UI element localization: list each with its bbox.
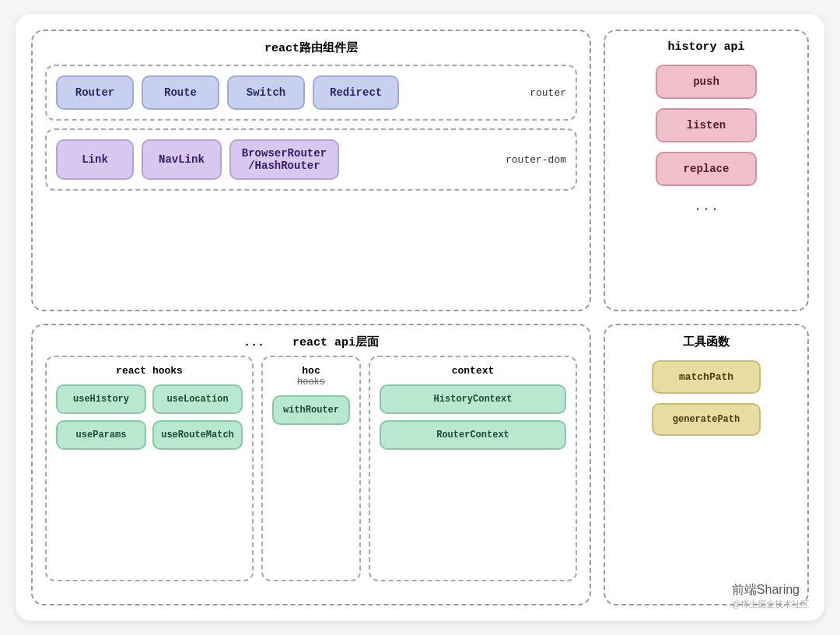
chip-redirect: Redirect [313, 75, 399, 110]
router-dom-label: router-dom [506, 154, 566, 166]
router-label: router [530, 87, 566, 99]
chip-navlink: NavLink [142, 139, 222, 180]
chip-router: Router [56, 75, 134, 110]
hooks-box-title: react hooks [56, 365, 243, 377]
chip-useparams: useParams [56, 420, 146, 450]
chip-matchpath: matchPath [652, 360, 761, 394]
react-api-layer: ... react api层面 react hooks useHistory u… [31, 324, 591, 605]
context-box: context HistoryContext RouterContext [369, 356, 577, 581]
history-chip-list: push listen replace ... [618, 65, 795, 214]
chip-push: push [656, 65, 757, 99]
tools-panel: 工具函数 matchPath generatePath [604, 324, 809, 605]
router-chips-row: Router Route Switch Redirect [56, 75, 566, 110]
hoc-title: hoc [302, 365, 320, 377]
watermark: 前端Sharing @稀土掘金技术社区 [732, 582, 809, 610]
chip-generatepath: generatePath [652, 403, 761, 436]
router-inner-box: Router Route Switch Redirect router [45, 65, 577, 121]
top-section: react路由组件层 Router Route Switch Redirect … [31, 30, 809, 311]
chip-withrouter: withRouter [272, 395, 350, 425]
react-router-layer: react路由组件层 Router Route Switch Redirect … [31, 30, 591, 311]
chip-browserrouter: BrowserRouter /HashRouter [229, 139, 339, 180]
chip-route: Route [142, 75, 219, 110]
context-stack: HistoryContext RouterContext [380, 384, 566, 450]
chip-historycontext: HistoryContext [380, 384, 566, 414]
chip-switch: Switch [227, 75, 305, 110]
api-inner-row: react hooks useHistory useLocation usePa… [45, 356, 577, 581]
react-api-title: ... react api层面 [45, 335, 577, 349]
chip-listen: listen [656, 108, 757, 142]
history-panel-title: history api [618, 40, 795, 54]
chip-routercontext: RouterContext [380, 420, 566, 450]
hooks-box: react hooks useHistory useLocation usePa… [45, 356, 254, 581]
chip-usehistory: useHistory [56, 384, 146, 414]
watermark-main: 前端Sharing [732, 583, 800, 596]
context-title: context [380, 365, 566, 377]
history-ellipsis: ... [694, 198, 719, 214]
watermark-sub: @稀土掘金技术社区 [732, 598, 809, 610]
chip-uselocation: useLocation [152, 384, 243, 414]
history-panel: history api push listen replace ... [604, 30, 809, 311]
router-dom-chips-row: Link NavLink BrowserRouter /HashRouter [56, 139, 566, 180]
api-dots-top: ... [243, 336, 264, 349]
chip-useroutematch: useRouteMatch [152, 420, 243, 450]
router-dom-inner-box: Link NavLink BrowserRouter /HashRouter r… [45, 128, 577, 191]
react-api-label: react api层面 [292, 336, 379, 349]
tools-panel-title: 工具函数 [618, 335, 795, 349]
hoc-subtitle: hooks [297, 377, 325, 388]
chip-link: Link [56, 139, 134, 180]
main-container: react路由组件层 Router Route Switch Redirect … [16, 14, 824, 621]
tools-chip-list: matchPath generatePath [618, 360, 795, 436]
bottom-section: ... react api层面 react hooks useHistory u… [31, 324, 809, 605]
hooks-grid: useHistory useLocation useParams useRout… [56, 384, 243, 450]
chip-replace: replace [656, 152, 757, 186]
react-router-title: react路由组件层 [45, 40, 577, 55]
hoc-box: hoc hooks withRouter [261, 356, 361, 581]
